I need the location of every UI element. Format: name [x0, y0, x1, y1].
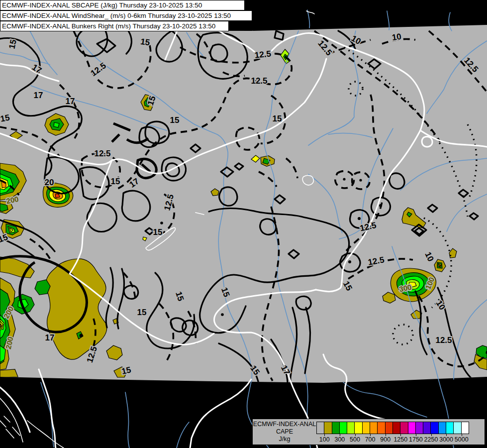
- contour-label: 12.5: [94, 149, 110, 158]
- contour-label: 15: [121, 365, 132, 376]
- legend-caption: ECMWF-INDEX-ANAL CAPE J/kg: [253, 419, 316, 443]
- title-bar-bunkers: ECMWF-INDEX-ANAL Bunkers Right (m/s) Thu…: [0, 21, 229, 31]
- legend-swatch: [439, 422, 446, 434]
- legend-swatch: [386, 422, 393, 434]
- contour-label: 17: [34, 91, 43, 100]
- cape-colorbar-legend: ECMWF-INDEX-ANAL CAPE J/kg 1003005007009…: [252, 419, 485, 445]
- legend-tick-label: 500: [350, 436, 360, 443]
- contour-label: 17: [66, 97, 75, 106]
- legend-swatch: [408, 422, 416, 434]
- legend-tick-label: 1750: [409, 436, 423, 443]
- legend-swatch: [454, 422, 461, 434]
- legend-colorbar: 10030050070090012501750225030005000: [316, 422, 469, 443]
- legend-swatch: [462, 422, 469, 434]
- contour-label: 15: [7, 39, 18, 50]
- weather-map-screenshot: 151712.5151717151512.512.512.5101012.515…: [0, 0, 487, 448]
- contour-label: 15: [140, 37, 150, 47]
- legend-tick-label: 5000: [455, 436, 469, 443]
- contour-label: 12.5: [254, 49, 272, 60]
- legend-tick-label: 1250: [393, 436, 407, 443]
- legend-swatch: [370, 422, 378, 434]
- map-canvas: 151712.5151717151512.512.512.5101012.515…: [0, 0, 487, 448]
- contour-label: 12.5: [251, 76, 267, 86]
- legend-product: ECMWF-INDEX-ANAL: [253, 421, 316, 428]
- legend-swatch: [423, 422, 431, 434]
- legend-swatch: [317, 422, 324, 434]
- legend-swatch: [378, 422, 385, 434]
- contour-label: 15: [111, 177, 120, 186]
- legend-swatch: [416, 422, 423, 434]
- legend-tick-labels: 10030050070090012501750225030005000: [316, 436, 469, 443]
- legend-swatch: [431, 422, 438, 434]
- legend-swatch: [400, 422, 408, 434]
- title-bar-windshear: ECMWF-INDEX-ANAL WindShear_ (m/s) 0-6km …: [0, 10, 252, 21]
- legend-tick-label: 700: [365, 436, 376, 443]
- contour-label: 10: [391, 32, 402, 42]
- legend-tick-label: 300: [334, 436, 345, 443]
- legend-swatch: [393, 422, 400, 434]
- legend-tick-label: 900: [380, 436, 390, 443]
- legend-swatch: [324, 422, 332, 434]
- legend-swatch: [446, 422, 454, 434]
- legend-swatch: [355, 422, 362, 434]
- legend-swatch: [340, 422, 347, 434]
- legend-swatch: [332, 422, 340, 434]
- legend-parameter: CAPE: [253, 428, 316, 436]
- legend-tick-label: 2250: [424, 436, 438, 443]
- title-bar-sbcape: ECMWF-INDEX-ANAL SBCAPE (J/kg) Thursday …: [0, 0, 245, 10]
- contour-label: 17: [45, 333, 55, 342]
- contour-label: 20: [45, 178, 54, 187]
- contour-label: 15: [0, 113, 10, 124]
- contour-label: 15: [137, 308, 147, 317]
- legend-units: J/kg: [253, 436, 316, 443]
- legend-tick-label: 100: [319, 436, 330, 443]
- contour-label: 15: [170, 115, 180, 125]
- legend-swatches: [316, 422, 469, 434]
- legend-swatch: [363, 422, 370, 434]
- legend-tick-label: 3000: [439, 436, 453, 443]
- contour-label: 15: [273, 114, 282, 123]
- contour-label: 15: [153, 227, 163, 237]
- contour-label: 12.5: [435, 336, 452, 345]
- legend-swatch: [347, 422, 355, 434]
